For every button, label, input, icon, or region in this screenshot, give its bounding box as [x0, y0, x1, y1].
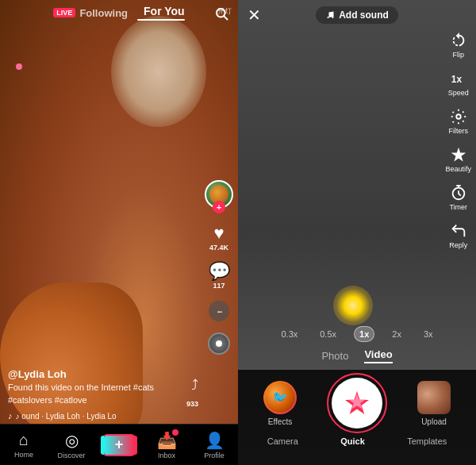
photo-mode-tab[interactable]: Photo [321, 350, 348, 362]
music-disc-icon [208, 332, 230, 355]
nav-inbox[interactable]: 📥 Inbox [143, 431, 190, 459]
filters-icon [450, 108, 467, 125]
camera-tools: Flip 1x Speed Filters Beautify [445, 32, 471, 249]
timer-label: Timer [449, 203, 467, 211]
foryou-underline [137, 19, 185, 21]
speed-controls: 0.3x 0.5x 1x 2x 3x [238, 326, 476, 342]
camera-bottom-nav: Camera Quick Templates [238, 433, 476, 454]
video-description: Found this video on the Internet #cats #… [8, 382, 198, 406]
effects-avatar: 🐦 [263, 381, 297, 414]
reply-icon [450, 222, 467, 240]
camera-mode-templates-label: Templates [407, 436, 447, 446]
capture-button[interactable] [332, 378, 382, 428]
video-mode-tab[interactable]: Video [364, 348, 392, 363]
effects-button[interactable]: 🐦 Effects [263, 381, 297, 426]
bottom-navigation: ⌂ Home ◎ Discover + 📥 Inbox 👤 Profile [0, 424, 238, 465]
effects-label: Effects [268, 417, 292, 426]
camera-mode-quick-label: Quick [340, 436, 365, 446]
discover-label: Discover [57, 452, 85, 459]
inbox-label: Inbox [158, 452, 175, 459]
camera-mode-quick[interactable]: Quick [340, 436, 365, 446]
nav-home[interactable]: ⌂ Home [0, 431, 48, 459]
heart-icon: ♥ [213, 225, 224, 242]
close-button[interactable]: ✕ [248, 6, 261, 25]
profile-label: Profile [204, 452, 225, 459]
left-panel: LIVE Following For You 开灯 + [0, 0, 238, 465]
speed-0.5x[interactable]: 0.5x [315, 327, 341, 341]
home-label: Home [14, 451, 33, 459]
create-button[interactable]: + [102, 434, 136, 456]
comment-button[interactable]: 💬 117 [209, 263, 230, 290]
nav-profile[interactable]: 👤 Profile [190, 431, 238, 459]
top-nav: LIVE Following For You [0, 0, 238, 25]
reply-tool[interactable]: Reply [449, 222, 467, 249]
dots-icon: ··· [209, 301, 229, 321]
follow-button[interactable]: + [213, 201, 225, 213]
flip-label: Flip [452, 51, 464, 59]
capture-inner[interactable] [332, 378, 382, 428]
svg-text:1x: 1x [451, 74, 463, 85]
upload-thumbnail [417, 381, 451, 414]
add-sound-button[interactable]: Add sound [316, 6, 398, 24]
sparkle-icon [343, 389, 371, 417]
camera-mode-camera[interactable]: Camera [267, 436, 298, 446]
speed-2x[interactable]: 2x [387, 327, 406, 341]
speed-label: Speed [448, 89, 469, 97]
music-disc-center [216, 340, 222, 347]
effects-avatar-image: 🐦 [265, 382, 295, 413]
beautify-label: Beautify [445, 165, 471, 173]
foryou-tab[interactable]: For You [137, 5, 185, 21]
svg-line-1 [224, 16, 227, 19]
nav-create[interactable]: + [95, 434, 143, 456]
like-count: 47.4K [209, 244, 228, 252]
camera-top-bar: ✕ Add sound [238, 0, 476, 30]
creator-username[interactable]: @Lydia Loh [8, 368, 198, 380]
like-button[interactable]: ♥ 47.4K [209, 225, 228, 252]
following-label: Following [79, 7, 128, 19]
search-icon[interactable] [214, 6, 228, 25]
speed-3x[interactable]: 3x [419, 327, 438, 341]
nav-discover[interactable]: ◎ Discover [48, 431, 95, 459]
camera-mode-templates[interactable]: Templates [407, 436, 447, 446]
camera-lens-glow [333, 286, 373, 325]
music-title: ♪ ound · Lydia Loh · Lydia Lo [16, 412, 117, 421]
discover-icon: ◎ [65, 431, 79, 450]
capture-mode-tabs: Photo Video [238, 348, 476, 363]
comment-icon: 💬 [209, 263, 230, 280]
profile-icon: 👤 [205, 431, 225, 450]
right-panel: ✕ Add sound Flip 1x Speed [238, 0, 476, 465]
speed-1x[interactable]: 1x [354, 326, 374, 342]
filters-tool[interactable]: Filters [448, 108, 468, 135]
flip-tool[interactable]: Flip [450, 32, 467, 59]
upload-label: Upload [421, 417, 447, 426]
creator-avatar[interactable]: + [205, 180, 233, 209]
music-note-icon: ♪ [8, 411, 13, 421]
svg-point-3 [456, 114, 461, 119]
beautify-tool[interactable]: Beautify [445, 146, 471, 173]
speed-icon: 1x [450, 70, 467, 87]
capture-button-container[interactable] [332, 378, 382, 428]
inbox-notification-dot [172, 429, 178, 436]
decorative-dot [16, 63, 22, 70]
video-overlay [111, 16, 206, 127]
speed-tool[interactable]: 1x Speed [448, 70, 469, 97]
camera-mode-camera-label: Camera [267, 436, 298, 446]
video-player[interactable]: 开灯 + ♥ 47.4K 💬 117 ··· [0, 0, 238, 465]
speed-0.3x[interactable]: 0.3x [276, 327, 302, 341]
home-icon: ⌂ [19, 431, 29, 449]
timer-icon [450, 184, 467, 202]
upload-button[interactable]: Upload [417, 381, 451, 426]
timer-tool[interactable]: Timer [449, 184, 467, 211]
add-sound-text: Add sound [339, 10, 389, 21]
filters-label: Filters [448, 127, 468, 135]
foryou-label: For You [144, 5, 185, 17]
live-badge: LIVE [53, 8, 75, 17]
inbox-icon: 📥 [157, 431, 177, 450]
beautify-icon [450, 146, 467, 163]
following-tab[interactable]: LIVE Following [53, 7, 128, 19]
camera-bottom-panel: 🐦 Effects Uplo [238, 370, 476, 465]
more-button[interactable]: ··· [209, 301, 229, 321]
music-disc[interactable] [208, 332, 230, 355]
video-info: @Lydia Loh Found this video on the Inter… [8, 368, 198, 421]
video-actions: + ♥ 47.4K 💬 117 ··· [205, 180, 233, 355]
